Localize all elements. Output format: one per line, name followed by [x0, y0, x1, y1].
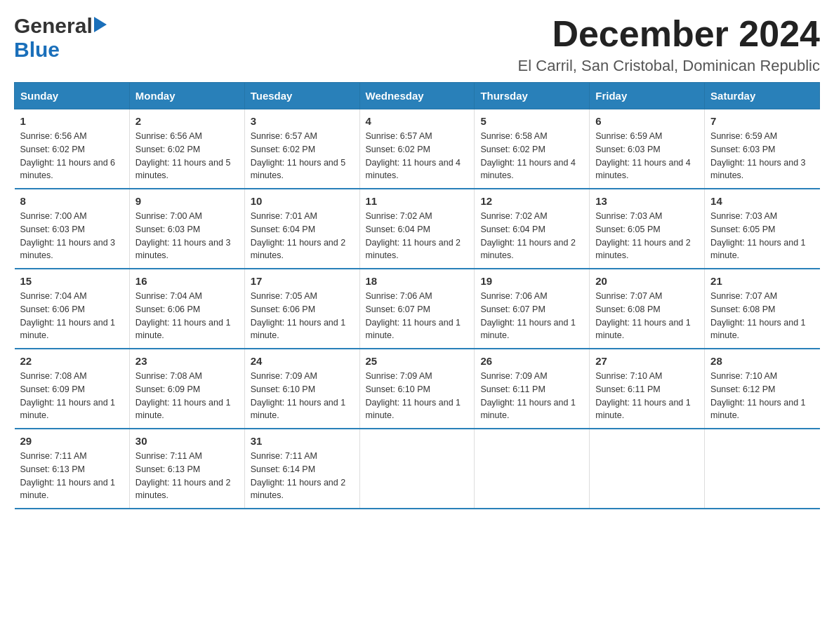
table-row: 7 Sunrise: 6:59 AM Sunset: 6:03 PM Dayli…: [705, 109, 820, 189]
day-number: 30: [135, 435, 239, 447]
logo-general-text: General: [14, 14, 93, 38]
day-info: Sunrise: 7:09 AM Sunset: 6:10 PM Dayligh…: [251, 370, 354, 422]
table-row: [359, 429, 475, 509]
day-info: Sunrise: 7:11 AM Sunset: 6:13 PM Dayligh…: [20, 450, 124, 502]
day-number: 19: [480, 275, 583, 287]
table-row: 23 Sunrise: 7:08 AM Sunset: 6:09 PM Dayl…: [129, 349, 244, 429]
table-row: 24 Sunrise: 7:09 AM Sunset: 6:10 PM Dayl…: [244, 349, 359, 429]
day-number: 29: [20, 435, 124, 447]
logo-arrow-icon: [94, 17, 107, 35]
day-info: Sunrise: 7:09 AM Sunset: 6:11 PM Dayligh…: [480, 370, 583, 422]
day-number: 2: [135, 115, 239, 127]
day-number: 25: [366, 355, 469, 367]
day-info: Sunrise: 7:08 AM Sunset: 6:09 PM Dayligh…: [135, 370, 239, 422]
day-number: 20: [595, 275, 699, 287]
table-row: [590, 429, 705, 509]
day-number: 7: [710, 115, 814, 127]
table-row: 4 Sunrise: 6:57 AM Sunset: 6:02 PM Dayli…: [359, 109, 475, 189]
table-row: 9 Sunrise: 7:00 AM Sunset: 6:03 PM Dayli…: [129, 189, 244, 269]
day-info: Sunrise: 7:06 AM Sunset: 6:07 PM Dayligh…: [366, 290, 469, 342]
header-tuesday: Tuesday: [244, 83, 359, 109]
day-info: Sunrise: 7:07 AM Sunset: 6:08 PM Dayligh…: [595, 290, 699, 342]
header-friday: Friday: [590, 83, 705, 109]
day-number: 6: [595, 115, 699, 127]
day-number: 21: [710, 275, 814, 287]
page-header: General Blue December 2024 El Carril, Sa…: [14, 14, 820, 75]
table-row: 5 Sunrise: 6:58 AM Sunset: 6:02 PM Dayli…: [475, 109, 590, 189]
day-number: 13: [595, 195, 699, 207]
day-info: Sunrise: 7:00 AM Sunset: 6:03 PM Dayligh…: [135, 210, 239, 262]
title-section: December 2024 El Carril, San Cristobal, …: [518, 14, 820, 75]
table-row: 16 Sunrise: 7:04 AM Sunset: 6:06 PM Dayl…: [129, 269, 244, 349]
day-info: Sunrise: 7:09 AM Sunset: 6:10 PM Dayligh…: [366, 370, 469, 422]
header-sunday: Sunday: [15, 83, 130, 109]
day-info: Sunrise: 7:02 AM Sunset: 6:04 PM Dayligh…: [366, 210, 469, 262]
day-info: Sunrise: 6:57 AM Sunset: 6:02 PM Dayligh…: [251, 130, 354, 182]
day-info: Sunrise: 7:00 AM Sunset: 6:03 PM Dayligh…: [20, 210, 124, 262]
day-number: 28: [710, 355, 814, 367]
day-number: 12: [480, 195, 583, 207]
table-row: 21 Sunrise: 7:07 AM Sunset: 6:08 PM Dayl…: [705, 269, 820, 349]
table-row: 22 Sunrise: 7:08 AM Sunset: 6:09 PM Dayl…: [15, 349, 130, 429]
day-number: 9: [135, 195, 239, 207]
table-row: 19 Sunrise: 7:06 AM Sunset: 6:07 PM Dayl…: [475, 269, 590, 349]
day-number: 14: [710, 195, 814, 207]
day-number: 27: [595, 355, 699, 367]
table-row: 27 Sunrise: 7:10 AM Sunset: 6:11 PM Dayl…: [590, 349, 705, 429]
table-row: 14 Sunrise: 7:03 AM Sunset: 6:05 PM Dayl…: [705, 189, 820, 269]
day-info: Sunrise: 7:07 AM Sunset: 6:08 PM Dayligh…: [710, 290, 814, 342]
day-number: 18: [366, 275, 469, 287]
table-row: 10 Sunrise: 7:01 AM Sunset: 6:04 PM Dayl…: [244, 189, 359, 269]
day-info: Sunrise: 7:01 AM Sunset: 6:04 PM Dayligh…: [251, 210, 354, 262]
day-number: 24: [251, 355, 354, 367]
svg-marker-0: [94, 17, 107, 32]
day-info: Sunrise: 6:57 AM Sunset: 6:02 PM Dayligh…: [366, 130, 469, 182]
table-row: 30 Sunrise: 7:11 AM Sunset: 6:13 PM Dayl…: [129, 429, 244, 509]
table-row: [705, 429, 820, 509]
day-info: Sunrise: 6:59 AM Sunset: 6:03 PM Dayligh…: [595, 130, 699, 182]
day-number: 31: [251, 435, 354, 447]
day-number: 15: [20, 275, 124, 287]
day-info: Sunrise: 7:08 AM Sunset: 6:09 PM Dayligh…: [20, 370, 124, 422]
day-number: 11: [366, 195, 469, 207]
day-info: Sunrise: 7:05 AM Sunset: 6:06 PM Dayligh…: [251, 290, 354, 342]
table-row: 2 Sunrise: 6:56 AM Sunset: 6:02 PM Dayli…: [129, 109, 244, 189]
table-row: 15 Sunrise: 7:04 AM Sunset: 6:06 PM Dayl…: [15, 269, 130, 349]
table-row: 8 Sunrise: 7:00 AM Sunset: 6:03 PM Dayli…: [15, 189, 130, 269]
day-info: Sunrise: 7:11 AM Sunset: 6:13 PM Dayligh…: [135, 450, 239, 502]
day-info: Sunrise: 7:11 AM Sunset: 6:14 PM Dayligh…: [251, 450, 354, 502]
calendar-table: Sunday Monday Tuesday Wednesday Thursday…: [14, 82, 820, 509]
day-number: 3: [251, 115, 354, 127]
table-row: 18 Sunrise: 7:06 AM Sunset: 6:07 PM Dayl…: [359, 269, 475, 349]
header-saturday: Saturday: [705, 83, 820, 109]
table-row: 29 Sunrise: 7:11 AM Sunset: 6:13 PM Dayl…: [15, 429, 130, 509]
table-row: 13 Sunrise: 7:03 AM Sunset: 6:05 PM Dayl…: [590, 189, 705, 269]
table-row: 1 Sunrise: 6:56 AM Sunset: 6:02 PM Dayli…: [15, 109, 130, 189]
table-row: 11 Sunrise: 7:02 AM Sunset: 6:04 PM Dayl…: [359, 189, 475, 269]
day-info: Sunrise: 7:03 AM Sunset: 6:05 PM Dayligh…: [595, 210, 699, 262]
day-info: Sunrise: 7:10 AM Sunset: 6:11 PM Dayligh…: [595, 370, 699, 422]
day-number: 5: [480, 115, 583, 127]
day-number: 4: [366, 115, 469, 127]
table-row: 12 Sunrise: 7:02 AM Sunset: 6:04 PM Dayl…: [475, 189, 590, 269]
day-number: 1: [20, 115, 124, 127]
day-number: 10: [251, 195, 354, 207]
location: El Carril, San Cristobal, Dominican Repu…: [518, 57, 820, 75]
day-number: 8: [20, 195, 124, 207]
calendar-body: 1 Sunrise: 6:56 AM Sunset: 6:02 PM Dayli…: [15, 109, 820, 509]
day-info: Sunrise: 6:58 AM Sunset: 6:02 PM Dayligh…: [480, 130, 583, 182]
header-wednesday: Wednesday: [359, 83, 475, 109]
logo: General Blue: [14, 14, 107, 62]
month-title: December 2024: [518, 14, 820, 54]
day-info: Sunrise: 6:56 AM Sunset: 6:02 PM Dayligh…: [135, 130, 239, 182]
day-info: Sunrise: 7:04 AM Sunset: 6:06 PM Dayligh…: [20, 290, 124, 342]
table-row: 20 Sunrise: 7:07 AM Sunset: 6:08 PM Dayl…: [590, 269, 705, 349]
day-number: 22: [20, 355, 124, 367]
day-info: Sunrise: 7:10 AM Sunset: 6:12 PM Dayligh…: [710, 370, 814, 422]
table-row: 3 Sunrise: 6:57 AM Sunset: 6:02 PM Dayli…: [244, 109, 359, 189]
day-number: 23: [135, 355, 239, 367]
table-row: 26 Sunrise: 7:09 AM Sunset: 6:11 PM Dayl…: [475, 349, 590, 429]
calendar-header: Sunday Monday Tuesday Wednesday Thursday…: [15, 83, 820, 109]
table-row: 31 Sunrise: 7:11 AM Sunset: 6:14 PM Dayl…: [244, 429, 359, 509]
day-info: Sunrise: 7:02 AM Sunset: 6:04 PM Dayligh…: [480, 210, 583, 262]
